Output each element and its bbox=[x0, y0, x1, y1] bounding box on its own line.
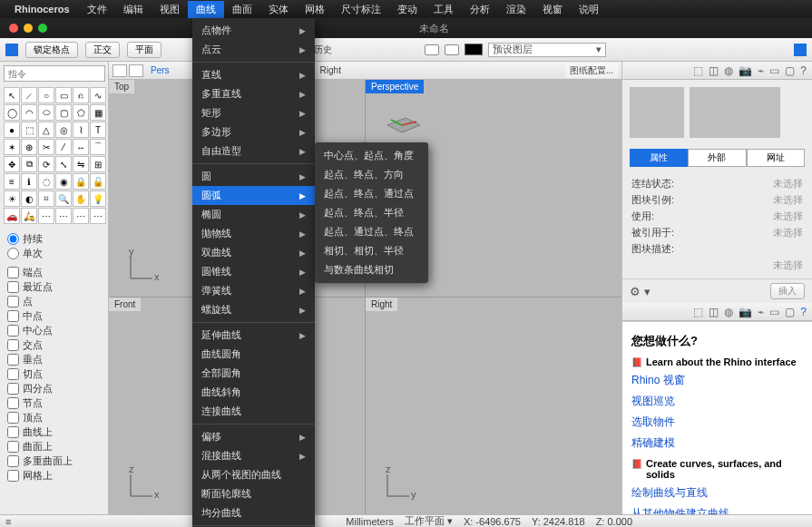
tool-light[interactable]: 💡 bbox=[90, 190, 106, 207]
menu-extend[interactable]: 延伸曲线▶ bbox=[192, 326, 315, 345]
camera-icon[interactable]: 📷 bbox=[739, 306, 752, 318]
thumb-small[interactable] bbox=[630, 87, 684, 138]
help-link-curvefrom[interactable]: 从其他物件建立曲线 bbox=[631, 506, 803, 514]
viewport-perspective-label[interactable]: Perspective bbox=[366, 80, 424, 93]
layers-icon[interactable]: ⬚ bbox=[693, 306, 703, 318]
ortho-button[interactable]: 正交 bbox=[85, 42, 120, 58]
menu-circle[interactable]: 圆▶ bbox=[192, 167, 315, 186]
menu-crosssection[interactable]: 断面轮廓线 bbox=[192, 484, 315, 503]
paper-config-button[interactable]: 图纸配置... bbox=[565, 63, 618, 78]
menu-curve[interactable]: 曲线 bbox=[188, 1, 224, 18]
osnap-perp[interactable] bbox=[7, 354, 19, 366]
menu-arc[interactable]: 圆弧▶ bbox=[192, 186, 315, 205]
menu-freeform[interactable]: 自由造型▶ bbox=[192, 142, 315, 161]
notes-icon[interactable]: ▢ bbox=[785, 64, 795, 77]
arc-start-end-dir[interactable]: 起点、终点、方向 bbox=[315, 165, 428, 184]
tool-ellipse[interactable]: ⬭ bbox=[38, 104, 54, 121]
tool-props[interactable]: ℹ bbox=[21, 173, 37, 190]
menu-parabola[interactable]: 抛物线▶ bbox=[192, 224, 315, 243]
props-icon[interactable]: ◫ bbox=[709, 64, 719, 77]
osnap-mode-persist[interactable] bbox=[7, 233, 19, 245]
osnap-end[interactable] bbox=[7, 267, 19, 278]
tool-misc3[interactable]: ⋯ bbox=[73, 208, 89, 224]
menu-from2views[interactable]: 从两个视图的曲线 bbox=[192, 465, 315, 484]
arc-tan-curves[interactable]: 与数条曲线相切 bbox=[315, 260, 428, 279]
tool-array[interactable]: ⊞ bbox=[90, 156, 106, 172]
help-link-model[interactable]: 精确建模 bbox=[631, 435, 803, 451]
record-history-icon[interactable] bbox=[425, 44, 439, 55]
menu-surface[interactable]: 曲面 bbox=[224, 1, 260, 18]
tool-rotate[interactable]: ⟳ bbox=[38, 156, 54, 172]
menu-pointcloud[interactable]: 点云▶ bbox=[192, 40, 315, 59]
tool-pointer[interactable]: ↖ bbox=[4, 87, 20, 103]
menu-ellipse[interactable]: 椭圆▶ bbox=[192, 205, 315, 224]
tool-fillet[interactable]: ⌒ bbox=[90, 139, 106, 155]
tool-move[interactable]: ✥ bbox=[4, 156, 20, 172]
vp-layout-4-icon[interactable] bbox=[113, 64, 127, 77]
tool-split[interactable]: ⁄ bbox=[55, 139, 72, 155]
tool-pan[interactable]: ✋ bbox=[73, 190, 89, 207]
osnap-knot[interactable] bbox=[7, 397, 19, 409]
tool-mirror[interactable]: ⇋ bbox=[73, 156, 89, 172]
menu-spring[interactable]: 弹簧线▶ bbox=[192, 281, 315, 300]
tool-trim[interactable]: ✂ bbox=[38, 139, 54, 155]
menu-chamfer[interactable]: 曲线斜角 bbox=[192, 383, 315, 402]
vp-tab-right[interactable]: Right bbox=[315, 65, 347, 75]
tool-polygon[interactable]: ⬠ bbox=[73, 104, 89, 121]
menu-hyperbola[interactable]: 双曲线▶ bbox=[192, 243, 315, 262]
tool-hide[interactable]: ◌ bbox=[38, 173, 54, 190]
grid-snap-button[interactable]: 锁定格点 bbox=[25, 42, 78, 58]
menu-transform[interactable]: 变动 bbox=[389, 1, 426, 18]
arc-tan-tan-radius[interactable]: 相切、相切、半径 bbox=[315, 241, 428, 260]
vp-tab-perspective[interactable]: Pers bbox=[145, 65, 175, 75]
arc-start-end-through[interactable]: 起点、终点、通过点 bbox=[315, 184, 428, 203]
osnap-near[interactable] bbox=[7, 281, 19, 293]
tool-bike[interactable]: 🛵 bbox=[21, 208, 37, 224]
tool-explode[interactable]: ✶ bbox=[4, 139, 20, 155]
menu-blend[interactable]: 混接曲线▶ bbox=[192, 446, 315, 465]
menu-window[interactable]: 视窗 bbox=[534, 1, 571, 18]
thumb-large[interactable] bbox=[690, 87, 780, 138]
menu-help[interactable]: 说明 bbox=[571, 1, 607, 18]
menu-render[interactable]: 渲染 bbox=[498, 1, 534, 18]
tool-pipe[interactable]: ⌇ bbox=[73, 122, 89, 138]
help-link-drawcurve[interactable]: 绘制曲线与直线 bbox=[631, 485, 803, 501]
materials-icon[interactable]: ◍ bbox=[724, 306, 733, 318]
arc-start-through-end[interactable]: 起点、通过点、终点 bbox=[315, 222, 428, 241]
close-window-icon[interactable] bbox=[9, 24, 18, 33]
planar-button[interactable]: 平面 bbox=[127, 42, 161, 58]
tool-torus[interactable]: ◎ bbox=[55, 122, 72, 138]
status-units[interactable]: Millimeters bbox=[346, 516, 394, 527]
menu-conic[interactable]: 圆锥线▶ bbox=[192, 262, 315, 281]
right-panel-toggle-icon[interactable] bbox=[794, 44, 807, 56]
tool-circle-sel[interactable]: ○ bbox=[38, 87, 54, 103]
menu-solid[interactable]: 实体 bbox=[260, 1, 297, 18]
menu-filletall[interactable]: 全部圆角 bbox=[192, 364, 315, 383]
camera-icon[interactable]: 📷 bbox=[739, 64, 752, 77]
tool-lock[interactable]: 🔒 bbox=[73, 173, 89, 190]
prop-tab-attr[interactable]: 属性 bbox=[630, 149, 688, 167]
tool-arc[interactable]: ◠ bbox=[21, 104, 37, 121]
arc-start-end-radius[interactable]: 起点、终点、半径 bbox=[315, 203, 428, 222]
tool-misc4[interactable]: ⋯ bbox=[90, 208, 106, 224]
props-icon[interactable]: ◫ bbox=[709, 306, 719, 318]
layers-icon[interactable]: ⬚ bbox=[693, 64, 703, 77]
tool-zoom[interactable]: 🔍 bbox=[55, 190, 72, 207]
osnap-onmesh[interactable] bbox=[7, 470, 19, 482]
hamburger-icon[interactable]: ≡ bbox=[5, 516, 11, 527]
sidebar-toggle-icon[interactable] bbox=[5, 44, 18, 56]
zoom-window-icon[interactable] bbox=[38, 24, 47, 33]
menu-helix[interactable]: 螺旋线▶ bbox=[192, 300, 315, 319]
help2-icon[interactable]: ? bbox=[800, 306, 807, 318]
tool-copy[interactable]: ⧉ bbox=[21, 156, 37, 172]
osnap-int[interactable] bbox=[7, 339, 19, 351]
tool-misc1[interactable]: ⋯ bbox=[38, 208, 54, 224]
tool-lasso[interactable]: ⟋ bbox=[21, 87, 37, 103]
tool-join[interactable]: ⊕ bbox=[21, 139, 37, 155]
help-link-window[interactable]: Rhino 视窗 bbox=[631, 373, 803, 388]
tool-rect[interactable]: ▢ bbox=[55, 104, 72, 121]
color-swatch[interactable] bbox=[465, 44, 483, 55]
osnap-quad[interactable] bbox=[7, 383, 19, 395]
history-lock-icon[interactable] bbox=[445, 44, 459, 55]
tool-misc2[interactable]: ⋯ bbox=[55, 208, 72, 224]
